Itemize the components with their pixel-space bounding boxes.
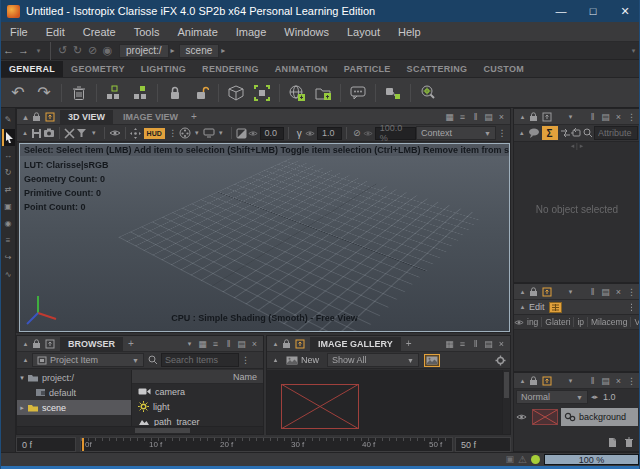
scrollbar-thumb[interactable] (504, 372, 509, 398)
render-mode-icon[interactable] (179, 127, 191, 139)
column-header[interactable]: Milacemg (588, 317, 631, 327)
tree-item-scene[interactable]: ▸ scene (17, 400, 131, 415)
select-tool-icon[interactable] (2, 129, 15, 146)
collapse-icon[interactable]: ▴ (19, 340, 32, 348)
collapse-icon[interactable]: ▴ (516, 377, 529, 385)
stop-icon[interactable]: ⊘ (85, 45, 100, 56)
comment-icon[interactable] (345, 81, 371, 105)
scrollbar-thumb[interactable] (135, 428, 190, 433)
panel-lock-icon[interactable] (529, 287, 542, 297)
forward-icon[interactable]: → (16, 45, 31, 56)
menu-help[interactable]: Help (389, 22, 430, 42)
unlock-icon[interactable] (188, 81, 214, 105)
history-back-icon[interactable] (571, 128, 583, 138)
collapse-icon[interactable]: ▴ (516, 113, 529, 121)
exposure-value[interactable]: 0.0 (260, 127, 285, 140)
menu-create[interactable]: Create (74, 22, 125, 42)
chevron-down-icon[interactable]: ▾ (564, 377, 577, 385)
exposure-icon[interactable] (236, 128, 248, 139)
menu-windows[interactable]: Windows (275, 22, 338, 42)
list-item-light[interactable]: light (132, 399, 263, 414)
opacity-value[interactable]: 1.0 (603, 392, 616, 402)
gallery-content[interactable] (267, 370, 502, 434)
close-panel-icon[interactable]: × (248, 339, 261, 349)
pivot-tool-icon[interactable]: ▣ (2, 199, 15, 214)
add-view-tab-button[interactable]: + (186, 111, 202, 122)
panel-bookmark-icon[interactable] (542, 287, 555, 297)
breadcrumb-arrow-icon[interactable]: ▸ (171, 47, 175, 55)
panel-lock-icon[interactable] (32, 112, 45, 122)
filter-icon[interactable] (76, 128, 88, 138)
display-mode-icon[interactable] (203, 128, 215, 138)
layout-stack-icon[interactable]: ▤ (599, 112, 612, 122)
panel-lock-icon[interactable] (529, 112, 542, 122)
zoom-value[interactable]: 100.0 % (375, 127, 416, 140)
layer-row-background[interactable]: background (514, 407, 640, 427)
layout-columns-icon[interactable]: ‖ (586, 376, 599, 386)
more-options-icon[interactable]: ⋮ (625, 376, 638, 386)
snap-tool-icon[interactable]: ◉ (2, 216, 15, 231)
column-header[interactable]: Glateri (542, 317, 574, 327)
tab-geometry[interactable]: GEOMETRY (63, 61, 133, 77)
layout-grid-icon[interactable]: ▦ (443, 112, 456, 122)
collapse-icon[interactable]: ▴ (19, 129, 31, 137)
tab-general[interactable]: GENERAL (1, 61, 63, 77)
close-panel-icon[interactable]: × (612, 376, 625, 386)
expand-icon[interactable]: ▸ (17, 404, 27, 411)
panel-lock-icon[interactable] (282, 339, 295, 349)
panel-lock-icon[interactable] (32, 339, 45, 349)
timeline-end-field[interactable]: 50 f (455, 437, 511, 452)
opacity-slider-icon[interactable]: ◂▸ (588, 393, 601, 401)
add-browser-tab-button[interactable]: + (123, 338, 139, 349)
panel-bookmark-icon[interactable] (45, 339, 58, 349)
add-gallery-tab-button[interactable]: + (401, 338, 417, 349)
layout-grid-icon[interactable]: ▦ (196, 339, 209, 349)
blend-mode-combo[interactable]: Normal▼ (516, 390, 588, 404)
thumbnail-view-toggle[interactable] (424, 354, 440, 367)
gamma-eye-icon[interactable] (305, 130, 317, 137)
menu-animate[interactable]: Animate (168, 22, 226, 42)
undo-nav-icon[interactable]: ↺ (55, 45, 70, 56)
compare-icon[interactable] (560, 128, 572, 138)
minimize-button[interactable]: — (545, 0, 577, 22)
undo-icon[interactable]: ↶ (5, 81, 31, 105)
breadcrumb-project[interactable]: project:/ (119, 44, 169, 58)
redirect-tool-icon[interactable]: ↪ (2, 250, 15, 265)
tree-item-project[interactable]: ▾ project:/ (17, 370, 131, 385)
back-icon[interactable]: ← (1, 45, 16, 56)
new-image-button[interactable]: New (282, 355, 323, 365)
tab-image-gallery[interactable]: IMAGE GALLERY (310, 337, 401, 351)
rotate-tool-icon[interactable]: ↻ (2, 165, 15, 180)
collapse-icon[interactable]: ▴ (269, 340, 282, 348)
collapse-icon[interactable]: ▴ (19, 112, 32, 122)
menu-edit[interactable]: Edit (37, 22, 74, 42)
maximize-button[interactable]: □ (577, 0, 609, 22)
gamma-value[interactable]: 1.0 (317, 127, 342, 140)
snapshot-icon[interactable] (43, 128, 55, 138)
filter-dropdown-icon[interactable]: ▾ (88, 129, 100, 137)
collapse-icon[interactable]: ▴ (516, 288, 529, 296)
gallery-filter-combo[interactable]: Show All▼ (327, 353, 419, 367)
layer-visibility-eye-icon[interactable] (516, 413, 529, 421)
more-options-icon[interactable]: ⋮ (625, 112, 638, 122)
layout-stack-icon[interactable]: ▤ (599, 287, 612, 297)
layout-stack-icon[interactable]: ▤ (482, 339, 495, 349)
scale-tool-icon[interactable]: ⇄ (2, 182, 15, 197)
render-mode-dropdown-icon[interactable]: ▾ (191, 129, 203, 137)
layout-stack-icon[interactable]: ▤ (599, 376, 612, 386)
save-view-icon[interactable] (31, 128, 43, 139)
gamma-icon[interactable]: γ (293, 128, 305, 139)
column-header[interactable]: ip (574, 317, 588, 327)
visibility-eye-icon[interactable] (514, 319, 524, 326)
menu-layout[interactable]: Layout (338, 22, 389, 42)
chevron-down-icon[interactable]: ▾ (564, 288, 577, 296)
gallery-vertical-scrollbar[interactable] (502, 370, 510, 434)
column-header[interactable]: ing (524, 317, 542, 327)
tab-3d-view[interactable]: 3D VIEW (60, 110, 113, 124)
layout-columns-icon[interactable]: ‖ (469, 339, 482, 349)
tab-browser[interactable]: BROWSER (60, 337, 123, 351)
list-tool-icon[interactable]: ≡ (2, 233, 15, 248)
info-icon[interactable]: ◉ (100, 45, 115, 56)
display-mode-dropdown-icon[interactable]: ▾ (215, 129, 227, 137)
navigate-icon[interactable] (130, 128, 142, 139)
